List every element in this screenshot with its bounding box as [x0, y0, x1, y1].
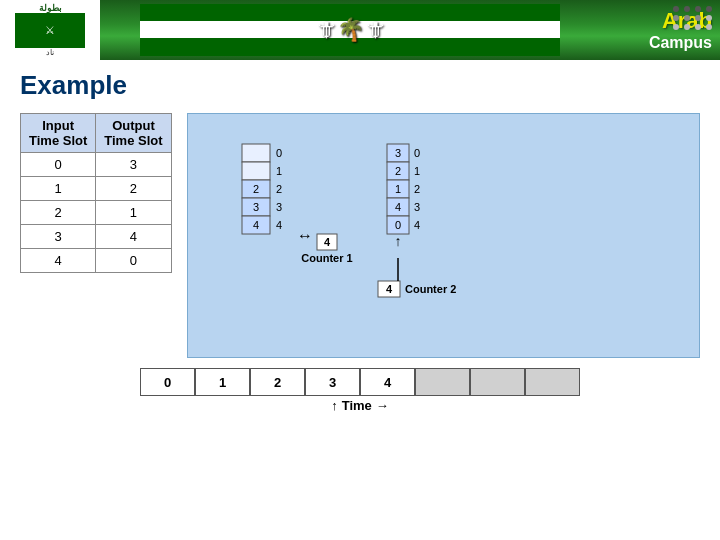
dot — [706, 6, 712, 12]
content-area: InputTime Slot OutputTime Slot 031221344… — [20, 113, 700, 358]
timeline-cell-0: 0 — [140, 368, 195, 396]
col2-header: OutputTime Slot — [96, 114, 171, 153]
table-row: 12 — [21, 177, 172, 201]
arrow-right-icon: ↔ — [297, 227, 313, 244]
output-slot-cell: 0 — [96, 249, 171, 273]
input-slot-cell: 1 — [21, 177, 96, 201]
input-slot-cell: 3 — [21, 225, 96, 249]
dot — [673, 6, 679, 12]
sword-icon: ⚔ — [45, 24, 55, 37]
buf1-cell-1 — [242, 162, 270, 180]
input-slot-cell: 4 — [21, 249, 96, 273]
buf2-val-3: 4 — [395, 201, 401, 213]
buf1-val-2: 2 — [253, 183, 259, 195]
dot — [684, 15, 690, 21]
arrow-right-time: → — [376, 398, 389, 413]
output-slot-cell: 4 — [96, 225, 171, 249]
slot-table: InputTime Slot OutputTime Slot 031221344… — [20, 113, 172, 273]
dot — [673, 24, 679, 30]
dot — [695, 6, 701, 12]
dot — [673, 15, 679, 21]
brand-campus: Campus — [649, 34, 712, 52]
timeline-row: 0 1 2 3 4 — [140, 368, 580, 396]
flag-logo: ⚔ — [15, 13, 85, 48]
timeline-cell-2: 2 — [250, 368, 305, 396]
timeline-cell-7 — [525, 368, 580, 396]
dot — [706, 15, 712, 21]
header-flag: 🗡🌴🗡 — [100, 4, 600, 56]
table-row: 21 — [21, 201, 172, 225]
dot — [706, 24, 712, 30]
table-row: 34 — [21, 225, 172, 249]
buf1-num-0: 0 — [276, 147, 282, 159]
logo-text: بطولة — [39, 3, 62, 13]
arrow-up-icon: ↑ — [394, 233, 401, 249]
arrow-up-time: ↑ — [331, 398, 338, 413]
logo-box: بطولة ⚔ ناد — [15, 3, 85, 57]
col1-header: InputTime Slot — [21, 114, 96, 153]
dot — [684, 24, 690, 30]
timeline-cell-1: 1 — [195, 368, 250, 396]
timeline-cell-6 — [470, 368, 525, 396]
timeline-cell-3: 3 — [305, 368, 360, 396]
output-slot-cell: 1 — [96, 201, 171, 225]
logo-left: بطولة ⚔ ناد — [0, 0, 100, 60]
buf1-num-1: 1 — [276, 165, 282, 177]
diagram-svg: 2 3 4 0 1 2 3 4 ↔ 4 Counter 1 3 — [202, 126, 572, 341]
main-content: Example InputTime Slot OutputTime Slot 0… — [0, 60, 720, 423]
dots-grid — [673, 6, 714, 30]
output-slot-cell: 2 — [96, 177, 171, 201]
buf2-num-3: 3 — [414, 201, 420, 213]
table-row: 03 — [21, 153, 172, 177]
dot — [684, 6, 690, 12]
buf2-val-1: 2 — [395, 165, 401, 177]
diagram-area: 2 3 4 0 1 2 3 4 ↔ 4 Counter 1 3 — [187, 113, 700, 358]
buf2-num-0: 0 — [414, 147, 420, 159]
buf2-val-2: 1 — [395, 183, 401, 195]
buf2-num-1: 1 — [414, 165, 420, 177]
time-label-row: ↑ Time → — [331, 398, 389, 413]
timeline-cell-4: 4 — [360, 368, 415, 396]
buf1-cell-0 — [242, 144, 270, 162]
flag-emblem: 🗡🌴🗡 — [315, 17, 386, 43]
timeline-cell-5 — [415, 368, 470, 396]
dot — [695, 15, 701, 21]
input-slot-cell: 0 — [21, 153, 96, 177]
buf1-num-4: 4 — [276, 219, 282, 231]
counter1-label: Counter 1 — [301, 252, 352, 264]
buf2-val-0: 3 — [395, 147, 401, 159]
logo-sub: ناد — [46, 48, 54, 57]
buf1-val-3: 3 — [253, 201, 259, 213]
buf2-num-4: 4 — [414, 219, 420, 231]
counter2-val: 4 — [386, 283, 393, 295]
output-slot-cell: 3 — [96, 153, 171, 177]
time-label: Time — [342, 398, 372, 413]
buf1-val-4: 4 — [253, 219, 259, 231]
buf2-num-2: 2 — [414, 183, 420, 195]
buf1-num-2: 2 — [276, 183, 282, 195]
input-slot-cell: 2 — [21, 201, 96, 225]
buf1-num-3: 3 — [276, 201, 282, 213]
buf2-val-4: 0 — [395, 219, 401, 231]
counter2-label: Counter 2 — [405, 283, 456, 295]
timeline-section: 0 1 2 3 4 ↑ Time → — [20, 368, 700, 413]
flag-strip: 🗡🌴🗡 — [140, 4, 560, 56]
counter1-val: 4 — [324, 236, 331, 248]
table-row: 40 — [21, 249, 172, 273]
header: بطولة ⚔ ناد 🗡🌴🗡 Arab Campus — [0, 0, 720, 60]
dot — [695, 24, 701, 30]
page-title: Example — [20, 70, 700, 101]
